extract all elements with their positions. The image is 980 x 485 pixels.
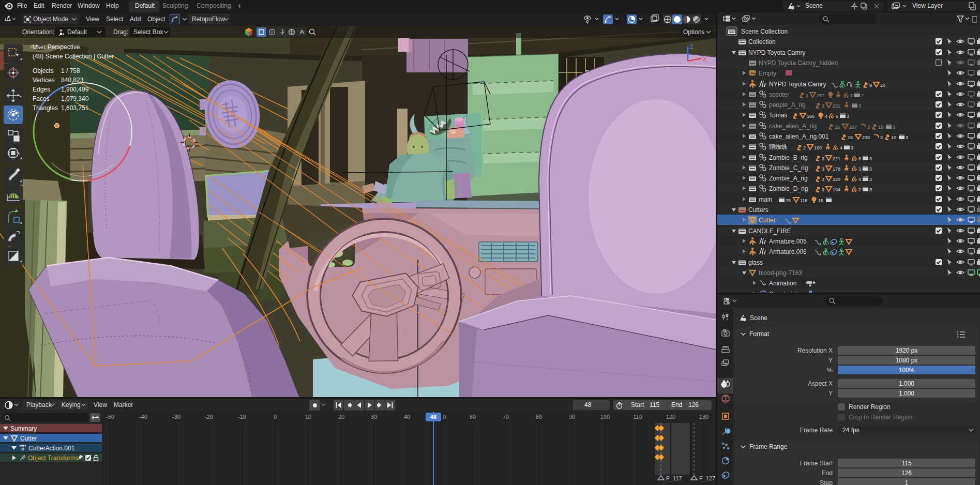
- svg-text:3: 3: [822, 103, 824, 109]
- svg-text:-40: -40: [139, 414, 147, 420]
- svg-text:main: main: [759, 196, 772, 203]
- svg-text:220: 220: [833, 177, 840, 182]
- svg-text:40: 40: [404, 414, 410, 420]
- svg-text:10: 10: [305, 414, 311, 420]
- svg-text:4: 4: [858, 177, 861, 182]
- svg-text:2: 2: [858, 187, 861, 192]
- svg-text:30: 30: [371, 414, 377, 420]
- svg-text:60: 60: [470, 414, 476, 420]
- svg-text:16: 16: [835, 125, 840, 130]
- svg-text:120: 120: [666, 414, 675, 420]
- svg-text:251: 251: [833, 103, 840, 109]
- svg-text:F_117: F_117: [666, 475, 682, 481]
- svg-text:-30: -30: [172, 414, 180, 420]
- svg-text:people_A_rig: people_A_rig: [769, 101, 806, 109]
- svg-text:-10: -10: [238, 414, 246, 420]
- svg-text:blood-png-7163: blood-png-7163: [759, 269, 802, 277]
- svg-text:237: 237: [849, 125, 857, 130]
- svg-text:-50: -50: [106, 414, 114, 420]
- svg-text:CANDLE_FIRE: CANDLE_FIRE: [748, 228, 791, 235]
- svg-text:3: 3: [822, 187, 824, 192]
- svg-text:Z: Z: [690, 43, 693, 50]
- svg-text:166: 166: [807, 114, 815, 119]
- svg-text:3: 3: [880, 135, 883, 140]
- svg-text:3: 3: [806, 93, 808, 98]
- svg-text:3: 3: [906, 135, 908, 140]
- svg-text:130: 130: [699, 414, 708, 420]
- svg-text:3: 3: [822, 166, 824, 172]
- svg-text:F_127: F_127: [699, 475, 715, 481]
- svg-text:6: 6: [836, 114, 838, 119]
- svg-text:9: 9: [869, 83, 872, 88]
- svg-text:10: 10: [891, 135, 896, 140]
- svg-text:10: 10: [878, 125, 883, 130]
- svg-text:3: 3: [869, 177, 872, 182]
- svg-text:3: 3: [822, 177, 824, 182]
- svg-text:2: 2: [803, 145, 806, 150]
- svg-text:頭蜘蛛: 頭蜘蛛: [769, 143, 788, 150]
- svg-text:3: 3: [822, 156, 824, 161]
- svg-text:Tomas: Tomas: [769, 112, 787, 119]
- svg-text:Cutter: Cutter: [759, 217, 776, 224]
- svg-text:118: 118: [800, 198, 807, 203]
- svg-text:Cutters: Cutters: [748, 206, 768, 214]
- svg-text:110: 110: [633, 414, 642, 420]
- svg-text:cake_alien_A_rig.001: cake_alien_A_rig.001: [769, 133, 829, 140]
- svg-text:3: 3: [869, 187, 872, 192]
- svg-text:16: 16: [848, 135, 853, 140]
- svg-text:X: X: [703, 56, 707, 62]
- svg-text:3: 3: [847, 114, 849, 119]
- svg-text:3: 3: [858, 166, 861, 172]
- svg-text:238: 238: [862, 135, 870, 140]
- svg-text:4: 4: [825, 114, 827, 119]
- svg-text:Collection: Collection: [748, 38, 776, 46]
- svg-text:20: 20: [880, 83, 885, 88]
- svg-text:80: 80: [536, 414, 542, 420]
- svg-text:3: 3: [851, 145, 853, 150]
- svg-text:4: 4: [840, 145, 842, 150]
- svg-text:160: 160: [814, 145, 822, 150]
- svg-text:2: 2: [861, 93, 864, 98]
- svg-text:cake_alien_A_rig: cake_alien_A_rig: [769, 123, 817, 130]
- svg-text:100: 100: [600, 414, 610, 420]
- svg-text:3: 3: [869, 166, 872, 172]
- svg-text:Zombie_B_rig: Zombie_B_rig: [769, 154, 808, 161]
- svg-text:Empty: Empty: [759, 70, 776, 77]
- svg-text:NYPD Toyota Camry: NYPD Toyota Camry: [769, 81, 826, 88]
- svg-text:Armature.005: Armature.005: [769, 238, 807, 245]
- svg-text:90: 90: [569, 414, 575, 420]
- svg-text:glass: glass: [748, 259, 763, 266]
- svg-text:Zombie_C_rig: Zombie_C_rig: [769, 164, 808, 172]
- svg-text:Animation: Animation: [769, 280, 796, 287]
- svg-text:Zombie_A_rig: Zombie_A_rig: [769, 175, 808, 182]
- svg-text:scooter: scooter: [769, 91, 789, 98]
- svg-text:3: 3: [893, 125, 895, 130]
- svg-text:Armature.006: Armature.006: [769, 248, 807, 255]
- svg-text:Zombie_D_rig: Zombie_D_rig: [769, 185, 808, 192]
- svg-text:3: 3: [850, 93, 853, 98]
- svg-text:NYPD Toyota Camry: NYPD Toyota Camry: [748, 49, 805, 56]
- svg-text:6: 6: [858, 156, 861, 161]
- svg-text:-20: -20: [205, 414, 213, 420]
- svg-text:25: 25: [786, 198, 791, 203]
- svg-text:257: 257: [817, 93, 824, 98]
- svg-text:20: 20: [338, 414, 344, 420]
- svg-text:3: 3: [858, 103, 861, 109]
- svg-text:Scene Collection: Scene Collection: [741, 28, 788, 35]
- svg-text:221: 221: [833, 156, 840, 161]
- svg-text:3: 3: [869, 156, 872, 161]
- svg-text:0: 0: [274, 414, 277, 420]
- svg-text:194: 194: [833, 187, 840, 192]
- svg-text:NYPD Toyota Camry_hidden: NYPD Toyota Camry_hidden: [759, 59, 838, 67]
- svg-text:3: 3: [867, 125, 870, 130]
- svg-text:70: 70: [503, 414, 509, 420]
- svg-text:16: 16: [818, 198, 823, 203]
- svg-text:178: 178: [833, 166, 840, 172]
